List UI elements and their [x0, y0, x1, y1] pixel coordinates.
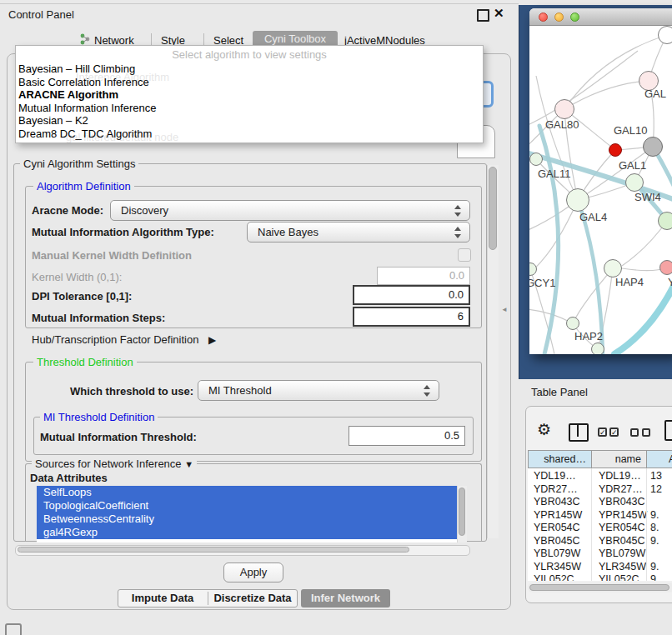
settings-vscrollbar[interactable]: [487, 165, 499, 538]
which-threshold-select[interactable]: MI Threshold: [198, 380, 439, 401]
collapse-down-icon: ▼: [184, 459, 193, 469]
network-node[interactable]: [554, 99, 574, 119]
aracne-mode-select[interactable]: Discovery: [110, 200, 470, 221]
column-view-icon[interactable]: [569, 423, 589, 442]
spinner-arrows-icon: [424, 385, 430, 397]
node-label: GAL4: [579, 211, 607, 223]
cell-shared: YBR043C: [534, 496, 580, 508]
cell-value: 9.: [650, 535, 659, 548]
table-row[interactable]: YBR043C YBR043C: [528, 496, 672, 509]
float-window-icon[interactable]: [477, 9, 489, 22]
list-item[interactable]: TopologicalCoefficient: [37, 499, 457, 512]
network-canvas[interactable]: GAL GAL80 GAL10 GAL11 GAL1 SWI4 GAL4 GCY…: [529, 26, 672, 354]
cell-name: YPR145W: [599, 509, 647, 522]
aracne-mode-label: Aracne Mode:: [32, 204, 103, 217]
threshold-definition-title: Threshold Definition: [33, 356, 137, 368]
kernel-width-label: Kernel Width (0,1):: [32, 271, 122, 283]
node-label: GAL1: [619, 159, 646, 172]
table-panel-title: Table Panel: [531, 386, 588, 398]
kernel-width-input[interactable]: 0.0: [377, 267, 470, 285]
table-row[interactable]: YIL052C YIL052C 9.: [528, 573, 672, 581]
deselect-checkbox-icon[interactable]: [642, 428, 650, 437]
minimize-traffic-light-icon[interactable]: [554, 12, 564, 22]
manual-kernel-width-checkbox[interactable]: [458, 248, 471, 262]
table-row[interactable]: YBR045C YBR045C 9.: [528, 535, 672, 548]
dock-panel-icon[interactable]: [5, 623, 22, 635]
cell-value: 12: [650, 483, 662, 496]
mi-threshold-input[interactable]: 0.5: [349, 426, 465, 446]
hub-definition-label: Hub/Transcription Factor Definition: [32, 333, 198, 346]
close-traffic-light-icon[interactable]: [539, 12, 548, 22]
network-node[interactable]: [591, 342, 604, 354]
settings-hscrollbar[interactable]: [15, 545, 470, 556]
mi-threshold-group-title: MI Threshold Definition: [40, 411, 158, 423]
column-header-shared-name[interactable]: shared…: [528, 450, 592, 468]
select-all-checkbox-icon[interactable]: ✓: [598, 428, 607, 437]
hub-definition-expander[interactable]: Hub/Transcription Factor Definition ▶: [32, 333, 216, 346]
node-label: GAL: [644, 88, 666, 100]
cell-value: 13: [650, 470, 662, 482]
network-node[interactable]: [625, 173, 644, 192]
tab-discretize-data[interactable]: Discretize Data: [208, 589, 297, 608]
aracne-mode-value: Discovery: [121, 204, 168, 217]
network-node[interactable]: [643, 137, 663, 157]
algorithm-option[interactable]: Mutual Information Inference: [18, 102, 477, 114]
cell-name: YBR045C: [599, 535, 645, 548]
tab-impute-data[interactable]: Impute Data: [118, 589, 207, 608]
list-item[interactable]: gal4RGexp: [37, 526, 457, 539]
column-header-clipped[interactable]: A: [646, 450, 672, 468]
apply-button[interactable]: Apply: [223, 562, 283, 582]
dpi-tolerance-input[interactable]: 0.0: [353, 285, 470, 305]
ghost-text: Inference Algorithm: [76, 71, 169, 83]
mi-algorithm-type-select[interactable]: Naive Bayes: [247, 222, 470, 242]
cell-shared: YIL052C: [534, 573, 574, 581]
mi-threshold-label: Mutual Information Threshold:: [40, 431, 197, 443]
zoom-traffic-light-icon[interactable]: [570, 12, 579, 22]
table-row[interactable]: YER054C YER054C 8.: [528, 522, 672, 535]
settings-vscrollbar-thumb[interactable]: [489, 167, 497, 250]
network-tab-icon: [79, 33, 91, 45]
mi-steps-label: Mutual Information Steps:: [32, 312, 165, 324]
deselect-checkbox-icon[interactable]: [630, 428, 639, 437]
tab-separator: [203, 33, 204, 45]
gear-icon[interactable]: ⚙: [537, 420, 551, 439]
cell-name: YDR27…: [599, 483, 643, 496]
control-panel-title: Control Panel: [8, 8, 74, 21]
list-item[interactable]: BetweennessCentrality: [37, 512, 457, 526]
tab-infer-network[interactable]: Infer Network: [301, 589, 390, 608]
close-icon[interactable]: ✕: [494, 6, 504, 21]
network-node-selected[interactable]: [609, 143, 622, 157]
list-scrollbar-thumb[interactable]: [459, 488, 465, 536]
mi-steps-input[interactable]: 6: [353, 307, 470, 327]
network-window-titlebar[interactable]: [529, 8, 672, 26]
cell-value: 9.: [650, 573, 659, 581]
sources-expander[interactable]: Sources for Network Inference ▼: [32, 458, 197, 470]
top-divider: [0, 3, 519, 4]
network-node[interactable]: [529, 152, 543, 166]
network-node[interactable]: [658, 26, 672, 44]
algorithm-option-selected[interactable]: ARACNE Algorithm: [18, 88, 477, 101]
table-row[interactable]: YDR27… YDR27… 12: [528, 483, 672, 497]
table-row[interactable]: YLR345W YLR345W 9.: [528, 561, 672, 574]
table-hscrollbar-thumb[interactable]: [529, 584, 669, 591]
list-item[interactable]: SelfLoops: [37, 486, 457, 499]
node-label: GAL11: [538, 168, 571, 180]
network-node[interactable]: [604, 259, 622, 278]
network-node[interactable]: [658, 212, 672, 230]
cell-shared: YPR145W: [534, 509, 582, 522]
table-hscrollbar[interactable]: [528, 582, 672, 592]
network-node[interactable]: [566, 188, 589, 212]
table-row[interactable]: YDL19… YDL19… 13: [528, 470, 672, 483]
column-header-name[interactable]: name: [591, 450, 647, 468]
popup-placeholder: Select algorithm to view settings: [16, 48, 483, 61]
list-scrollbar[interactable]: [457, 486, 467, 542]
network-node[interactable]: [566, 317, 579, 330]
new-table-icon[interactable]: [664, 420, 672, 441]
network-node[interactable]: [659, 260, 672, 275]
table-row[interactable]: YPR145W YPR145W 9.: [528, 509, 672, 522]
select-all-checkbox-icon[interactable]: ✓: [609, 428, 619, 437]
split-pane-collapse-icon[interactable]: ◄: [501, 306, 508, 313]
settings-hscrollbar-thumb[interactable]: [18, 547, 409, 552]
table-row[interactable]: YBL079W YBL079W: [528, 548, 672, 561]
algorithm-option[interactable]: Bayesian – K2: [18, 114, 477, 127]
